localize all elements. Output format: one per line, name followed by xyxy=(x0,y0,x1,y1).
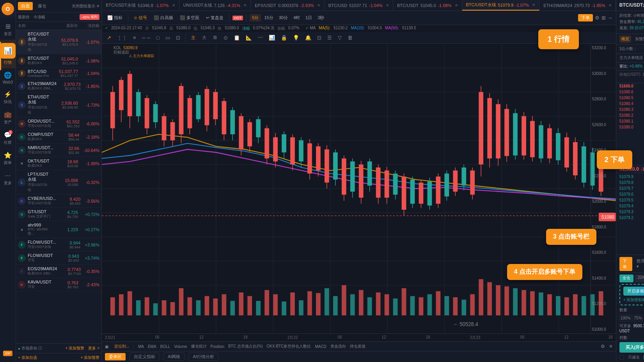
bottom-tab-liquidation[interactable]: 爆仓统计 xyxy=(191,344,207,349)
tab-close-icon[interactable]: ✕ xyxy=(532,3,535,7)
tool-17[interactable]: 🗑 xyxy=(346,34,355,41)
tab-close-icon[interactable]: ✕ xyxy=(317,3,320,7)
bid-row[interactable]: 51079.8 68.345K 68.345K xyxy=(616,180,644,185)
add-forecast[interactable]: + 添加预警 xyxy=(66,346,85,351)
line-tool[interactable]: ≡ xyxy=(131,34,138,41)
market-item-kava-usdt[interactable]: K KAVA/USDT 币安 0.763 $0.763 -2.43% xyxy=(16,278,101,291)
bid-row[interactable]: 51079.6 7.202K 7.202K xyxy=(616,191,644,197)
settings-icon[interactable]: ⚙ xyxy=(595,15,600,21)
nav-assets[interactable]: 💼 资产 xyxy=(0,108,16,128)
medium-label[interactable]: 筹 xyxy=(211,34,220,41)
tool-10[interactable]: 📊 xyxy=(267,34,277,41)
tool-12[interactable]: 💡 xyxy=(291,34,301,41)
bid-row[interactable]: 51079.9 815.440K 815.440K xyxy=(616,174,644,180)
bottom-tab-okx-ratio[interactable]: OKX·BTC多空持仓人数比 xyxy=(266,344,311,349)
ask-row[interactable]: 51080.1 102.160 102.160 xyxy=(616,118,644,124)
sub-tab-custom[interactable]: 自定义指标 xyxy=(130,353,160,361)
nav-review[interactable]: ⭐ 跟单 xyxy=(0,148,16,169)
top-tab-1[interactable]: UNI/USDT永续 7.126 -4.31% ✕ xyxy=(179,0,251,11)
period-btn-15分[interactable]: 15分 xyxy=(262,14,275,21)
indicator-rate[interactable]: ⊙ 信号 xyxy=(131,14,149,21)
ask-row[interactable]: 51600.0 3.61M xyxy=(616,83,644,89)
pct-btn-100%[interactable]: 100% xyxy=(619,315,632,321)
account-tab-20x[interactable]: 20X xyxy=(635,275,644,282)
market-item-comp-usdt[interactable]: C COMP/USDT 欧易OKX 58.44 $58.44 -2.18% xyxy=(16,130,101,144)
market-tab-zixuan[interactable]: 自选 xyxy=(18,2,33,10)
market-item-btc-usd[interactable]: ₿ BTC/USD Coinbase Pro 51,037.77 $51,037… xyxy=(16,68,101,80)
expand-icon[interactable]: ↔ xyxy=(608,15,613,21)
add-account-btn[interactable]: + 添加授权账户 xyxy=(623,297,644,303)
sub-tab-grid[interactable]: AI网格 xyxy=(163,353,185,361)
indicator-replay[interactable]: ↩ 复盘盒 xyxy=(204,14,226,21)
top-tab-5[interactable]: BTC/USDT永续 51079.9 -1.07% ✕ xyxy=(462,0,540,11)
magnet-tool[interactable]: ⋮⋮ xyxy=(115,34,129,41)
close-group-icon[interactable]: ✕ xyxy=(96,4,99,8)
bottom-tab-fund-flow[interactable]: 资金流向 xyxy=(330,344,346,349)
nav-home[interactable]: ⊞ 首页 xyxy=(0,20,16,40)
tab-close-icon[interactable]: ✕ xyxy=(243,3,247,7)
pct-btn-75%[interactable]: 75% xyxy=(633,315,643,321)
market-item-btc-usdt-okx[interactable]: ₿ BTC/USDT 欧易OKX 51,045.0 $51,045.0 -1.0… xyxy=(16,54,101,68)
market-item-cyber-usdt[interactable]: C CYBER/USD... 币安USDT永续 8.420 $8.420 -3.… xyxy=(16,194,101,208)
tab-close-icon[interactable]: ✕ xyxy=(386,3,389,7)
bottom-tab-position[interactable]: Position xyxy=(211,344,225,349)
add-zixuan[interactable]: + 添加自选 xyxy=(18,355,37,360)
only-close-checkbox[interactable] xyxy=(619,355,624,360)
add-forecast2[interactable]: + 添加预警 xyxy=(80,355,99,360)
vip-badge[interactable]: VIP xyxy=(3,351,13,356)
bid-row[interactable]: 51079.5 10.216K 10.216K xyxy=(616,197,644,203)
tab-close-icon[interactable]: ✕ xyxy=(455,3,458,7)
top-tab-6[interactable]: ETH/29MAR24 2970.73 -1.85% ✕ xyxy=(539,0,616,11)
period-btn-30分[interactable]: 30分 xyxy=(277,14,290,21)
bottom-tab-macd[interactable]: MACD xyxy=(315,344,326,349)
market-item-nmr-usdt[interactable]: N NMR/USDT... 币安USDT永续 32.66 $32.66 -10.… xyxy=(16,144,101,157)
market-item-eth-usdt-perp[interactable]: Ξ ETH/USDT永续 币安USDT永续 2,936.60 $2,936.60… xyxy=(16,93,101,117)
indicator-signal[interactable]: ⬛ 白高极 xyxy=(151,14,176,21)
rst-alert[interactable]: 加预警 xyxy=(633,36,644,43)
sub-tab-order[interactable]: 委单区 xyxy=(105,353,126,360)
period-btn-4时[interactable]: 4时 xyxy=(291,14,302,21)
nav-market[interactable]: 📊 行情 xyxy=(0,40,16,68)
indicator-settings[interactable]: ⚙ xyxy=(601,344,605,349)
close-indicator[interactable]: ✕ xyxy=(609,344,613,349)
indicator-multi[interactable]: ⬛ 多空面 xyxy=(177,14,202,21)
multi-account-btn[interactable]: 开启多账户下单 NEW xyxy=(623,287,644,296)
market-item-ahr999[interactable]: a ahr999 BTC· ahr999图... 1.229 +0.27% xyxy=(16,221,101,238)
ask-row[interactable]: 51080.4 664.045 664.045 xyxy=(616,101,644,107)
rst-overview[interactable]: 概览 xyxy=(619,36,631,43)
top-tab-3[interactable]: BTC/USD 51037.71 -1.04% ✕ xyxy=(325,0,393,11)
market-item-eos-mar24[interactable]: E EOS/29MAR24 欧易OKX 29M... 0.7743 $0.774… xyxy=(16,265,101,278)
hline-tool[interactable]: ─ ─ xyxy=(140,34,153,41)
grid-icon[interactable]: ⊞ xyxy=(601,15,606,21)
bid-row[interactable]: 51079.4 7.100K 7.100K xyxy=(616,203,644,209)
order-tab-quick[interactable]: 抢开仓 ▾ xyxy=(633,257,644,271)
market-item-ordi-usdt[interactable]: O ORDI/USDT... 币安USDT永续 61.552 $61.552 -… xyxy=(16,117,101,130)
period-btn-1日[interactable]: 1日 xyxy=(303,14,314,21)
more-link[interactable]: 更多 > xyxy=(88,346,99,351)
close-group-display[interactable]: 关闭图组显示 ✕ xyxy=(72,2,99,10)
tool-9[interactable]: 〰 xyxy=(256,34,265,41)
indicator-btn[interactable]: 📈 指标 xyxy=(105,14,125,21)
top-tab-4[interactable]: BTC/USDT 51045.0 -1.08% ✕ xyxy=(393,0,462,11)
ask-row[interactable]: 51080.5 19.308K 19.308K xyxy=(616,95,644,101)
market-item-eth-mar24[interactable]: Ξ ETH/29MAR24 欧易OKX 29M... 2,970.73 $2,9… xyxy=(16,80,101,93)
market-item-flow-usdt-perp[interactable]: F FLOW/USDT... 币安USDT永续 0.944 $0.944 +3.… xyxy=(16,238,101,251)
ask-row[interactable]: 51080.6 3.933K 3.933K xyxy=(616,89,644,95)
kline-analysis-btn[interactable]: 下单 xyxy=(578,14,593,21)
top-tab-0[interactable]: BTC/USDT永续 51046.8 -1.07% ✕ xyxy=(102,0,179,11)
bottom-tab-locate[interactable]: 定位到... xyxy=(114,344,129,349)
tool-16[interactable]: ▽ xyxy=(336,34,344,41)
ask-row[interactable]: 51080.3 153.241 153.241 xyxy=(616,107,644,112)
nav-social[interactable]: 💬 社群 1 xyxy=(0,128,16,148)
tool-13[interactable]: 🔔 xyxy=(303,34,313,41)
bid-row[interactable]: 51079.3 8.837K 8.837K xyxy=(616,209,644,215)
period-btn-3秒[interactable]: 3秒 xyxy=(315,14,326,21)
market-item-flow-usdt[interactable]: F FLOW/USDT 币安 0.943 $0.943 +3.74% xyxy=(16,251,101,265)
market-item-btc-usdt-perp[interactable]: ₿ BTC/USDT永续 币安USDT永续 51,079.9 $51,079.9… xyxy=(16,30,101,54)
large-label[interactable]: 大 xyxy=(200,34,209,41)
tool-15[interactable]: ☰ xyxy=(325,34,334,41)
nav-news[interactable]: ⚡ 快讯 xyxy=(0,87,16,108)
nav-more[interactable]: ⋯ 更多 xyxy=(0,169,16,189)
tool-7[interactable]: 📋 xyxy=(232,34,242,41)
market-item-lpt-usdt[interactable]: L LPT/USDT永续 币安USDT永续 15.058 15.058 -0.3… xyxy=(16,170,101,194)
